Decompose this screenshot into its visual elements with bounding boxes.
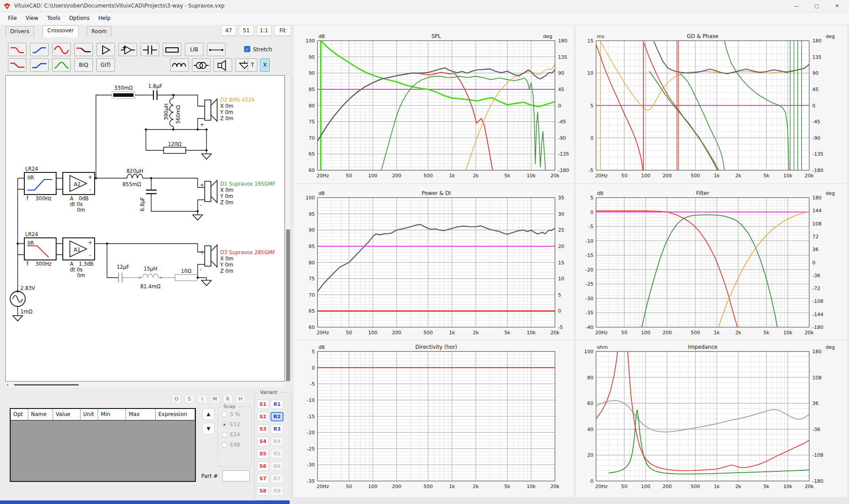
- move-down-button[interactable]: ▼: [203, 423, 214, 435]
- shelf-button[interactable]: [74, 43, 93, 56]
- tab-crossover[interactable]: Crossover: [42, 25, 79, 37]
- mini-button-i[interactable]: I: [197, 395, 207, 403]
- svg-text:45: 45: [558, 87, 564, 92]
- zoom-button-1-1[interactable]: 1:1: [256, 25, 272, 36]
- svg-text:30: 30: [558, 211, 564, 217]
- svg-text:20k: 20k: [805, 484, 814, 489]
- zoom-button-fit[interactable]: Fit: [274, 25, 291, 36]
- schematic-label: -: [200, 267, 202, 273]
- horizontal-scrollbar[interactable]: ◂: [5, 382, 285, 387]
- hscroll-thumb[interactable]: [14, 384, 79, 386]
- app-logo-icon: [4, 3, 11, 10]
- schematic-label: +: [88, 174, 92, 180]
- highshelf-button[interactable]: [30, 58, 49, 72]
- svg-text:-25: -25: [585, 281, 593, 287]
- variant-button-s4[interactable]: S4: [257, 437, 269, 446]
- variant-button-r5[interactable]: R5: [271, 449, 283, 458]
- menu-item-options[interactable]: Options: [65, 12, 94, 24]
- allpass-button[interactable]: [52, 43, 71, 56]
- lowshelf-button[interactable]: [8, 58, 27, 72]
- schematic-label: -: [200, 202, 202, 208]
- minimize-button[interactable]: —: [786, 0, 807, 12]
- zoom-button-47[interactable]: 47: [221, 25, 236, 36]
- chart-title-gd: GD & Phase: [687, 33, 718, 39]
- schematic-label: +: [200, 182, 204, 188]
- svg-text:70: 70: [309, 292, 315, 298]
- library-button[interactable]: LIB: [185, 43, 203, 56]
- variant-button-r2[interactable]: R2: [271, 412, 283, 421]
- snap-option-E12[interactable]: E12: [222, 421, 252, 428]
- schematic-label: 560mΩ: [175, 105, 181, 124]
- svg-text:25: 25: [558, 227, 564, 233]
- tab-drivers[interactable]: Drivers: [5, 26, 34, 37]
- biquad-button[interactable]: BiQ: [74, 58, 93, 72]
- svg-text:20Hz: 20Hz: [595, 484, 608, 489]
- mini-button-o[interactable]: O: [172, 395, 181, 403]
- svg-text:65: 65: [309, 151, 315, 157]
- variant-button-s5[interactable]: S5: [257, 449, 269, 458]
- zoom-button-51[interactable]: 51: [239, 25, 254, 36]
- opamp-button[interactable]: [119, 43, 137, 56]
- resistor-button[interactable]: [163, 43, 181, 56]
- inductor-button[interactable]: [170, 58, 189, 72]
- variant-button-s8[interactable]: S8: [257, 486, 269, 496]
- svg-text:500: 500: [691, 484, 700, 489]
- mini-button-s[interactable]: S: [184, 395, 194, 403]
- stretch-checkbox[interactable]: ✓: [244, 46, 250, 52]
- move-up-button[interactable]: ▲: [203, 408, 214, 420]
- wire-button[interactable]: [207, 43, 226, 56]
- peak-eq-button[interactable]: [52, 58, 71, 72]
- schematic-label: dt 0s: [70, 267, 83, 273]
- svg-text:70: 70: [309, 135, 315, 141]
- variant-button-s7[interactable]: S7: [257, 474, 269, 483]
- x-button[interactable]: X: [260, 58, 270, 72]
- variant-button-s3[interactable]: S3: [257, 424, 269, 434]
- variant-button-s2[interactable]: S2: [257, 412, 269, 421]
- svg-text:-30: -30: [585, 296, 593, 302]
- svg-text:-30: -30: [307, 462, 315, 468]
- vertical-scrollbar[interactable]: [285, 75, 291, 382]
- mini-button-r[interactable]: R: [223, 395, 233, 403]
- svg-text:-90: -90: [812, 135, 820, 141]
- lowpass-button[interactable]: [8, 43, 27, 56]
- capacitor-button[interactable]: [141, 43, 159, 56]
- snap-option-E24[interactable]: E24: [222, 431, 252, 438]
- optimizer-table[interactable]: OptNameValueUnitMinMaxExpression: [10, 408, 196, 482]
- variant-button-s1[interactable]: S1: [257, 400, 269, 409]
- svg-text:20: 20: [587, 452, 593, 458]
- maximize-button[interactable]: ▢: [807, 0, 827, 12]
- menu-item-view[interactable]: View: [21, 12, 42, 24]
- svg-text:deg: deg: [826, 34, 835, 39]
- svg-text:20: 20: [558, 244, 564, 249]
- transformer-button[interactable]: [192, 58, 210, 72]
- variant-button-r3[interactable]: R3: [271, 424, 283, 434]
- schematic-label: 0dB: [79, 195, 89, 202]
- hscroll-left-arrow[interactable]: ◂: [6, 382, 8, 387]
- driver-button[interactable]: [214, 58, 232, 72]
- snap-title: Snap: [222, 404, 237, 409]
- menu-item-help[interactable]: Help: [94, 12, 115, 24]
- svg-text:180: 180: [812, 349, 822, 355]
- part-number-input[interactable]: [222, 470, 250, 481]
- tab-room[interactable]: Room: [87, 26, 111, 37]
- svg-text:0: 0: [558, 103, 561, 109]
- snap-option-E48[interactable]: E48: [222, 442, 252, 448]
- variant-button-r7[interactable]: R7: [271, 474, 283, 483]
- menu-item-file[interactable]: File: [4, 12, 21, 24]
- variant-button-r6[interactable]: R6: [271, 462, 283, 471]
- schematic-canvas[interactable]: 330mΩ1.8µF390µH560mΩ-+D2 BMS 4524X 0mY 0…: [5, 75, 285, 382]
- terminal-button[interactable]: T: [248, 58, 257, 72]
- variant-button-r1[interactable]: R1: [271, 400, 283, 409]
- menu-item-tools[interactable]: Tools: [43, 12, 65, 24]
- buffer-button[interactable]: [96, 43, 115, 56]
- mini-button-h[interactable]: H: [236, 395, 245, 403]
- gf-button[interactable]: G(f): [96, 58, 115, 72]
- variant-button-r4[interactable]: R4: [271, 437, 283, 446]
- close-button[interactable]: ✕: [827, 0, 847, 12]
- mini-button-m[interactable]: M: [210, 395, 220, 403]
- vscroll-thumb[interactable]: [286, 229, 290, 381]
- variant-button-s6[interactable]: S6: [257, 462, 269, 471]
- snap-option-5[interactable]: 5 %: [222, 411, 252, 417]
- highpass-button[interactable]: [30, 43, 49, 56]
- variant-button-r8[interactable]: R8: [271, 486, 283, 496]
